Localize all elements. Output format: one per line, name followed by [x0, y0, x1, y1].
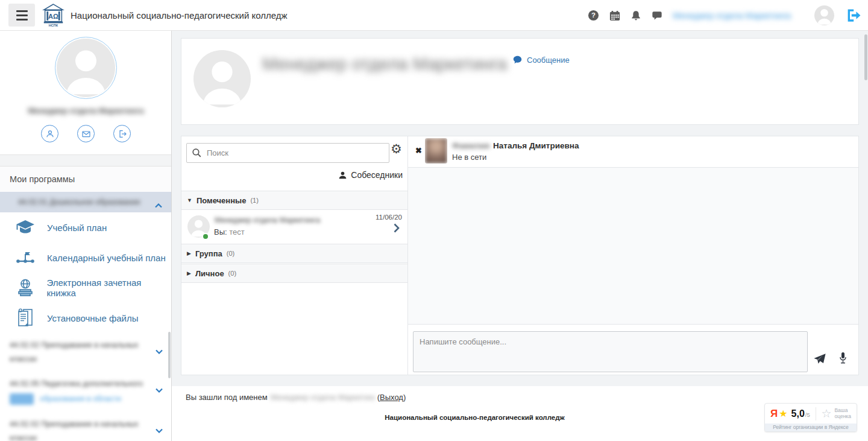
timeline-icon	[14, 250, 36, 265]
calendar-icon[interactable]	[609, 10, 620, 21]
chat-messages-area	[408, 167, 858, 325]
chevron-up-icon	[155, 200, 162, 211]
contacts-toggle[interactable]: Собеседники	[339, 170, 403, 180]
help-icon[interactable]: ?	[588, 10, 599, 21]
microphone-icon[interactable]	[838, 351, 848, 367]
close-icon[interactable]: ✖	[415, 146, 422, 155]
documents-icon	[14, 308, 36, 328]
active-program-name: 44.02.01 Дошкольное образование	[18, 198, 148, 206]
notifications-bell-icon[interactable]	[631, 10, 641, 21]
header-avatar[interactable]	[814, 5, 834, 25]
sidebar-item-label: Календарный учебный план	[47, 253, 166, 263]
send-message-link[interactable]: Сообщение	[512, 55, 570, 65]
conversation-preview: Вы: тест	[214, 227, 245, 236]
sidebar-item-label: Установочные файлы	[47, 313, 139, 323]
profile-mail-icon[interactable]	[77, 125, 95, 142]
program-link[interactable]: образования в области	[40, 392, 121, 406]
hamburger-icon	[16, 10, 28, 12]
active-program-toggle[interactable]: 44.02.01 Дошкольное образование	[0, 192, 171, 212]
yandex-logo: Я	[770, 408, 778, 420]
svg-text:?: ?	[591, 11, 596, 19]
online-status-dot	[202, 233, 209, 240]
profile-large-avatar	[193, 50, 251, 107]
badge-divider	[816, 407, 816, 420]
messages-bubble-icon[interactable]	[652, 10, 662, 21]
profile-page-title: Менеджер отдела Маркетинга	[262, 54, 509, 74]
triangle-right-icon: ▶	[187, 270, 191, 276]
page-footer: Вы зашли под именем Менеджер отдела Марк…	[172, 386, 868, 441]
graduation-cap-icon	[14, 220, 36, 235]
search-icon	[192, 148, 202, 158]
conversation-name: Менеджер отдела Маркетинга	[215, 216, 320, 224]
header-user-name[interactable]: Менеджер отдела Маркетинга	[673, 11, 804, 21]
section-flagged[interactable]: ▼ Помеченные (1)	[181, 191, 407, 210]
college-logo[interactable]: АΩ НСПК	[42, 4, 64, 30]
profile-quick-actions	[0, 125, 172, 142]
logged-in-line: Вы зашли под именем Менеджер отдела Марк…	[186, 393, 406, 402]
star-filled-icon: ★	[779, 408, 787, 419]
sidebar-user-name: Менеджер отдела Маркетинга	[0, 106, 172, 115]
section-private[interactable]: ▶ Личное (0)	[181, 264, 407, 283]
star-outline-icon[interactable]: ☆	[821, 407, 831, 420]
send-icon[interactable]	[813, 352, 826, 367]
rating-value: 5,0	[791, 408, 805, 419]
conversation-date: 11/06/20	[376, 214, 402, 221]
profile-avatar[interactable]	[55, 37, 117, 99]
sidebar-item-curriculum[interactable]: Учебный план	[0, 212, 171, 243]
message-bubble-icon	[512, 55, 523, 65]
section-group[interactable]: ▶ Группа (0)	[181, 244, 407, 263]
collapsed-program-list: 44.02.02 Преподавание в начальныхклассах…	[0, 333, 171, 441]
profile-person-icon[interactable]	[41, 125, 58, 142]
sidebar-scrollbar[interactable]	[168, 332, 171, 378]
main-content-area: Менеджер отдела Маркетинга Сообщение ⚙	[172, 31, 868, 386]
menu-toggle-button[interactable]	[8, 4, 35, 27]
profile-header-card: Менеджер отдела Маркетинга Сообщение	[181, 38, 859, 125]
logout-link[interactable]: Выход	[380, 393, 403, 402]
chat-column: ✖ Фамилия Наталья Дмитриевна Не в сети	[407, 136, 858, 375]
program-item[interactable]: 44.02.02 Преподавание в начальныхклассах	[0, 412, 171, 441]
my-programs-heading: Мои программы	[0, 167, 171, 192]
program-item[interactable]: 44.02.02 Преподавание в начальныхклассах	[0, 333, 171, 372]
page-scrollbar[interactable]	[864, 34, 867, 80]
gradebook-globe-icon	[14, 278, 36, 297]
triangle-right-icon: ▶	[187, 250, 191, 256]
profile-logout-icon[interactable]	[113, 125, 131, 142]
sidebar-item-label: Учебный план	[47, 223, 107, 233]
search-box	[186, 143, 389, 163]
sidebar-divider	[0, 154, 171, 167]
sidebar-item-gradebook[interactable]: Электронная зачетная книжка	[0, 273, 171, 303]
chat-contact-status: Не в сети	[452, 153, 486, 162]
logo-letters: АΩ	[48, 13, 58, 20]
badge-caption: Рейтинг организации в Яндексе	[765, 424, 857, 431]
triangle-down-icon: ▼	[187, 197, 192, 203]
messenger-contacts-column: ⚙ Собеседники ▼ Помеченные (1)	[181, 136, 407, 375]
rating-max: /5	[805, 411, 810, 418]
chat-contact-name: Фамилия Наталья Дмитриевна	[452, 141, 579, 150]
logo-abbr: НСПК	[49, 24, 58, 27]
gear-icon[interactable]: ⚙	[391, 142, 402, 155]
program-thumbnail	[10, 393, 34, 405]
search-input[interactable]	[207, 148, 384, 157]
chevron-right-icon	[394, 223, 400, 235]
sidebar-item-label: Электронная зачетная книжка	[46, 278, 171, 298]
header-actions: ? Менед	[588, 0, 861, 31]
program-menu: Учебный план Календарный учебный план	[0, 212, 171, 333]
chevron-down-icon	[156, 424, 163, 438]
chat-contact-avatar	[425, 138, 447, 163]
message-input[interactable]	[413, 331, 808, 372]
logged-in-user-name: Менеджер отдела Маркетинга	[271, 393, 374, 402]
chevron-down-icon	[156, 384, 163, 398]
your-rating-label: Ваша оценка	[834, 408, 851, 420]
yandex-rating-badge[interactable]: Я ★ 5,0 /5 ☆ Ваша оценка Рейтинг организ…	[764, 403, 857, 432]
left-sidebar: Менеджер отдела Маркетинга Мои программы…	[0, 31, 172, 441]
app-title: Национальный социально-педагогический ко…	[71, 10, 288, 21]
messenger-panel: ⚙ Собеседники ▼ Помеченные (1)	[181, 136, 859, 375]
logout-icon[interactable]	[844, 7, 861, 24]
program-item[interactable]: 44.02.05 Педагогика дополнительного обра…	[0, 372, 171, 411]
avatar-placeholder-icon	[57, 39, 115, 97]
top-header: АΩ НСПК Национальный социально-педагогич…	[0, 0, 868, 31]
conversation-list-item[interactable]: Менеджер отдела Маркетинга Вы: тест 11/0…	[181, 210, 407, 244]
chevron-down-icon	[156, 345, 163, 359]
sidebar-item-calendar-plan[interactable]: Календарный учебный план	[0, 243, 171, 273]
sidebar-item-setup-files[interactable]: Установочные файлы	[0, 303, 171, 333]
